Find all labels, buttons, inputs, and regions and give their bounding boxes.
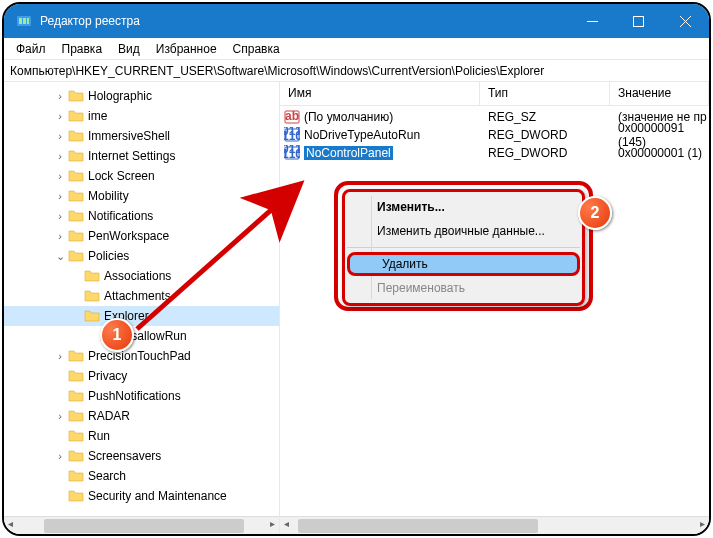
- dword-icon: 011110: [284, 145, 300, 161]
- expand-icon[interactable]: ›: [52, 190, 68, 202]
- folder-icon: [84, 308, 100, 324]
- tree-node[interactable]: ›Mobility: [4, 186, 279, 206]
- value-row[interactable]: 011110NoControlPanelREG_DWORD0x00000001 …: [280, 144, 709, 162]
- regedit-icon: [16, 13, 32, 29]
- folder-icon: [68, 348, 84, 364]
- expand-icon[interactable]: ›: [52, 110, 68, 122]
- menu-edit[interactable]: Правка: [54, 40, 111, 58]
- tree-label: PenWorkspace: [88, 229, 169, 243]
- tree-label: Notifications: [88, 209, 153, 223]
- value-row[interactable]: 011110NoDriveTypeAutoRunREG_DWORD0x00000…: [280, 126, 709, 144]
- tree-node[interactable]: ⌄Policies: [4, 246, 279, 266]
- maximize-button[interactable]: [615, 4, 661, 38]
- folder-icon: [68, 108, 84, 124]
- folder-icon: [68, 408, 84, 424]
- tree-label: Screensavers: [88, 449, 161, 463]
- minimize-button[interactable]: [569, 4, 615, 38]
- tree-label: Run: [88, 429, 110, 443]
- tree-label: Internet Settings: [88, 149, 175, 163]
- ctx-rename[interactable]: Переименовать: [345, 276, 582, 300]
- titlebar: Редактор реестра: [4, 4, 709, 38]
- expand-icon[interactable]: ›: [52, 410, 68, 422]
- tree-label: Attachments: [104, 289, 171, 303]
- tree-label: Policies: [88, 249, 129, 263]
- tree-h-scrollbar[interactable]: ▸: [4, 516, 279, 534]
- tree-node[interactable]: ›PenWorkspace: [4, 226, 279, 246]
- window-title: Редактор реестра: [40, 14, 569, 28]
- tree-label: Associations: [104, 269, 171, 283]
- menubar: Файл Правка Вид Избранное Справка: [4, 38, 709, 60]
- tree-node[interactable]: Run: [4, 426, 279, 446]
- expand-icon[interactable]: ›: [52, 150, 68, 162]
- tree-node[interactable]: Explorer: [4, 306, 279, 326]
- value-type: REG_DWORD: [480, 146, 610, 160]
- string-icon: ab: [284, 109, 300, 125]
- folder-icon: [68, 248, 84, 264]
- annotation-badge-2: 2: [578, 196, 612, 230]
- folder-icon: [68, 188, 84, 204]
- values-h-scrollbar[interactable]: ▸: [280, 516, 709, 534]
- tree-label: Lock Screen: [88, 169, 155, 183]
- folder-icon: [84, 268, 100, 284]
- tree-label: Mobility: [88, 189, 129, 203]
- svg-rect-5: [633, 16, 643, 26]
- folder-icon: [68, 168, 84, 184]
- expand-icon[interactable]: ›: [52, 170, 68, 182]
- tree-label: PrecisionTouchPad: [88, 349, 191, 363]
- ctx-modify[interactable]: Изменить...: [345, 195, 582, 219]
- folder-icon: [68, 228, 84, 244]
- tree-label: Search: [88, 469, 126, 483]
- value-name: (По умолчанию): [304, 110, 393, 124]
- expand-icon[interactable]: ›: [52, 210, 68, 222]
- expand-icon[interactable]: ›: [52, 450, 68, 462]
- tree-node[interactable]: ›Screensavers: [4, 446, 279, 466]
- tree-node[interactable]: ›ime: [4, 106, 279, 126]
- tree-node[interactable]: Attachments: [4, 286, 279, 306]
- tree-node[interactable]: Associations: [4, 266, 279, 286]
- col-type[interactable]: Тип: [480, 82, 610, 105]
- expand-icon[interactable]: ›: [52, 230, 68, 242]
- svg-rect-3: [27, 18, 29, 24]
- expand-icon[interactable]: ›: [52, 90, 68, 102]
- tree-node[interactable]: Security and Maintenance: [4, 486, 279, 506]
- folder-icon: [68, 368, 84, 384]
- tree-node[interactable]: PushNotifications: [4, 386, 279, 406]
- menu-file[interactable]: Файл: [8, 40, 54, 58]
- ctx-modify-binary[interactable]: Изменить двоичные данные...: [345, 219, 582, 243]
- tree-node[interactable]: Search: [4, 466, 279, 486]
- annotation-badge-1: 1: [100, 318, 134, 352]
- folder-icon: [68, 88, 84, 104]
- tree-node[interactable]: DisallowRun: [4, 326, 279, 346]
- tree-node[interactable]: Privacy: [4, 366, 279, 386]
- tree-node[interactable]: ›Internet Settings: [4, 146, 279, 166]
- tree-node[interactable]: ›Notifications: [4, 206, 279, 226]
- tree-node[interactable]: ›Holographic: [4, 86, 279, 106]
- tree-node[interactable]: ›PrecisionTouchPad: [4, 346, 279, 366]
- tree-node[interactable]: ›Lock Screen: [4, 166, 279, 186]
- expand-icon[interactable]: ›: [52, 350, 68, 362]
- menu-fav[interactable]: Избранное: [148, 40, 225, 58]
- menu-view[interactable]: Вид: [110, 40, 148, 58]
- folder-icon: [68, 448, 84, 464]
- col-name[interactable]: Имя: [280, 82, 480, 105]
- tree-label: Security and Maintenance: [88, 489, 227, 503]
- address-bar[interactable]: Компьютер\HKEY_CURRENT_USER\Software\Mic…: [4, 60, 709, 82]
- svg-text:ab: ab: [285, 109, 299, 123]
- tree-label: Privacy: [88, 369, 127, 383]
- col-value[interactable]: Значение: [610, 82, 709, 105]
- ctx-delete[interactable]: Удалить: [347, 252, 580, 276]
- expand-icon[interactable]: ⌄: [52, 250, 68, 263]
- folder-icon: [84, 288, 100, 304]
- folder-icon: [68, 428, 84, 444]
- close-button[interactable]: [661, 4, 709, 38]
- tree-label: ime: [88, 109, 107, 123]
- menu-help[interactable]: Справка: [225, 40, 288, 58]
- tree-label: Holographic: [88, 89, 152, 103]
- tree-label: RADAR: [88, 409, 130, 423]
- expand-icon[interactable]: ›: [52, 130, 68, 142]
- folder-icon: [68, 468, 84, 484]
- tree-node[interactable]: ›RADAR: [4, 406, 279, 426]
- registry-tree[interactable]: ›Holographic›ime›ImmersiveShell›Internet…: [4, 82, 280, 534]
- tree-node[interactable]: ›ImmersiveShell: [4, 126, 279, 146]
- value-type: REG_SZ: [480, 110, 610, 124]
